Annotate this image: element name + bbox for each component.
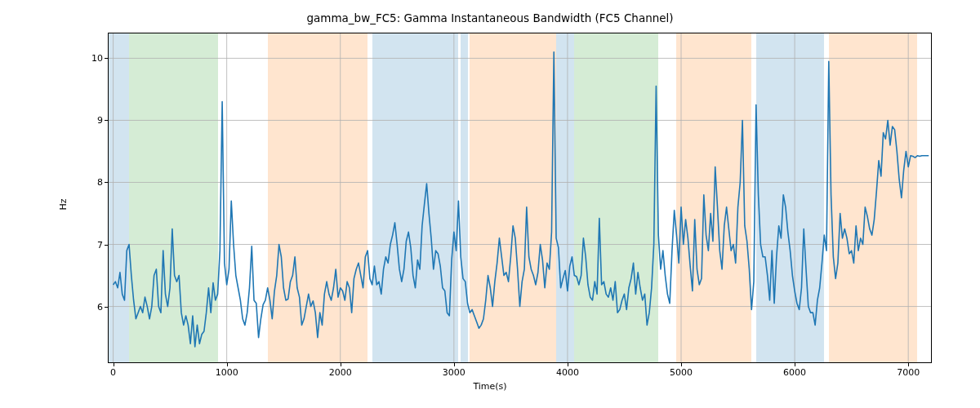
y-axis-label: Hz: [57, 0, 69, 408]
x-tick: 7000: [897, 367, 920, 378]
x-tick: 2000: [329, 367, 352, 378]
y-tick: 8: [97, 177, 103, 188]
y-tick: 6: [97, 301, 103, 312]
chart-title: gamma_bw_FC5: Gamma Instantaneous Bandwi…: [0, 11, 980, 24]
x-tick: 5000: [670, 367, 693, 378]
figure: gamma_bw_FC5: Gamma Instantaneous Bandwi…: [0, 0, 980, 408]
x-tick: 1000: [216, 367, 238, 378]
x-axis-label: Time(s): [0, 381, 980, 392]
line-series: [114, 52, 929, 347]
y-tick: 7: [97, 239, 103, 250]
plot-svg: [109, 33, 931, 362]
plot-area: [108, 33, 932, 363]
x-tick: 6000: [783, 367, 806, 378]
gridlines: [109, 33, 931, 362]
y-tick: 9: [97, 115, 103, 126]
x-tick: 4000: [556, 367, 579, 378]
x-tick: 0: [110, 367, 116, 378]
y-tick: 10: [91, 53, 103, 64]
x-tick: 3000: [443, 367, 466, 378]
